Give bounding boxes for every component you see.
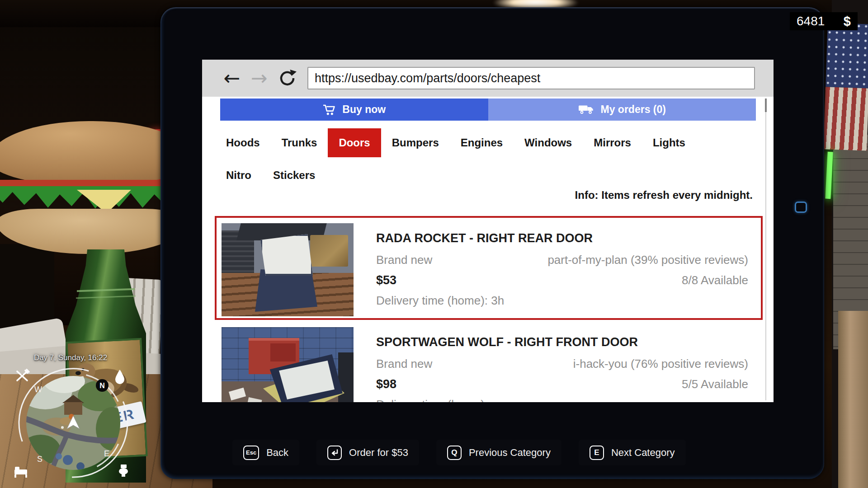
tab-engines[interactable]: Engines — [450, 128, 514, 157]
hotkey-back[interactable]: Esc Back — [232, 440, 299, 465]
category-tabs-row1: Hoods Trunks Doors Bumpers Engines Windo… — [215, 128, 696, 157]
back-arrow-icon[interactable]: ← — [220, 66, 244, 90]
listing-seller: part-of-my-plan (39% positive reviews) — [547, 253, 748, 267]
enter-key-icon — [327, 446, 342, 460]
hotkey-next-category[interactable]: E Next Category — [579, 440, 686, 465]
hotkey-label: Order for $53 — [349, 447, 408, 459]
category-tabs-row2: Nitro Stickers — [215, 165, 326, 185]
sleep-bed-icon — [14, 467, 27, 478]
listing-availability: 5/5 Available — [682, 377, 748, 391]
compass-e: E — [104, 449, 109, 458]
tab-lights[interactable]: Lights — [642, 128, 696, 157]
listing-title: RADA ROCKET - RIGHT REAR DOOR — [376, 231, 593, 245]
tab-doors[interactable]: Doors — [328, 128, 381, 157]
dollar-icon: $ — [844, 14, 851, 29]
minimap: N W S E — [14, 363, 133, 485]
game-datetime: Day 7, Sunday, 16:22 — [8, 353, 133, 362]
listing-rada-rocket[interactable]: RADA ROCKET - RIGHT REAR DOOR Brand new … — [215, 216, 763, 320]
listing-thumbnail — [222, 223, 354, 316]
esc-key-icon: Esc — [243, 446, 259, 460]
game-screen: BOBER ← → — [0, 0, 868, 488]
cart-icon — [322, 103, 336, 116]
hunger-icon — [17, 370, 29, 380]
compass-n: N — [99, 382, 105, 389]
compass-s: S — [37, 455, 42, 464]
money-amount: 6481 — [797, 14, 825, 28]
listing-condition: Brand new — [376, 357, 432, 371]
hotkey-label: Back — [266, 447, 288, 459]
q-key-icon: Q — [447, 446, 462, 460]
listing-title: SPORTWAGEN WOLF - RIGHT FRONT DOOR — [376, 335, 638, 349]
scrollbar-track — [765, 99, 766, 400]
my-orders-label: My orders (0) — [601, 103, 666, 116]
truck-icon — [578, 104, 594, 115]
refresh-icon[interactable] — [275, 66, 299, 90]
listing-price: $98 — [376, 377, 396, 391]
minimap-hud: Day 7, Sunday, 16:22 — [8, 353, 133, 487]
tab-mirrors[interactable]: Mirrors — [583, 128, 642, 157]
listing-delivery: Delivery time (home): 3h — [376, 294, 504, 308]
listing-sportwagen-wolf[interactable]: SPORTWAGEN WOLF - RIGHT FRONT DOOR Brand… — [215, 320, 763, 402]
shop-nav: Buy now My orders (0) — [220, 99, 756, 121]
flag-canton — [826, 23, 868, 88]
forward-arrow-icon[interactable]: → — [247, 66, 271, 90]
hotkey-previous-category[interactable]: Q Previous Category — [436, 440, 561, 465]
shop-page: Buy now My orders (0) Hoods Tr — [202, 97, 774, 402]
e-key-icon: E — [590, 446, 604, 460]
listing-condition: Brand new — [376, 253, 432, 267]
flag-stripes — [823, 87, 868, 150]
tab-windows[interactable]: Windows — [514, 128, 583, 157]
listing-delivery: Delivery time (home): — [376, 398, 488, 402]
hotkey-bar: Esc Back Order for $53 Q Previous Catego… — [232, 440, 686, 465]
tab-bumpers[interactable]: Bumpers — [381, 128, 450, 157]
thirst-icon — [115, 370, 124, 384]
tablet-device: ← → — [160, 7, 824, 479]
tab-stickers[interactable]: Stickers — [262, 165, 326, 185]
listing-price: $53 — [376, 273, 396, 287]
toilet-icon — [119, 465, 128, 477]
tab-trunks[interactable]: Trunks — [271, 128, 328, 157]
browser-window: ← → — [202, 60, 774, 402]
hotkey-label: Next Category — [611, 447, 675, 459]
tablet-home-button[interactable] — [795, 202, 807, 213]
browser-toolbar: ← → — [202, 60, 774, 97]
listing-seller: i-hack-you (76% positive reviews) — [573, 357, 748, 371]
buy-now-button[interactable]: Buy now — [220, 99, 488, 121]
money-counter: 6481 $ — [790, 12, 858, 30]
listing-thumbnail — [222, 327, 354, 402]
hotkey-order[interactable]: Order for $53 — [316, 440, 419, 465]
refresh-info-text: Info: Items refresh every midnight. — [202, 189, 774, 202]
tab-hoods[interactable]: Hoods — [215, 128, 271, 157]
compass-w: W — [34, 385, 42, 394]
curtain-art — [838, 311, 868, 488]
buy-now-label: Buy now — [342, 103, 386, 116]
hotkey-label: Previous Category — [469, 447, 551, 459]
listing-availability: 8/8 Available — [682, 273, 748, 287]
url-input[interactable] — [307, 67, 755, 89]
scrollbar-thumb[interactable] — [765, 99, 767, 112]
american-flag — [823, 23, 868, 150]
tab-nitro[interactable]: Nitro — [215, 165, 262, 185]
my-orders-button[interactable]: My orders (0) — [488, 99, 756, 121]
compass-north-badge: N — [96, 379, 108, 392]
